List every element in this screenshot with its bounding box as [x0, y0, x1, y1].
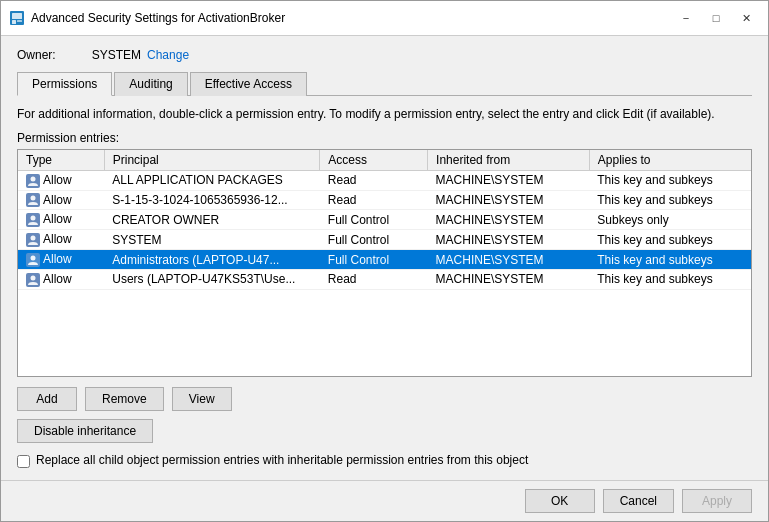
cell-access: Full Control: [320, 210, 428, 230]
window-title: Advanced Security Settings for Activatio…: [31, 11, 285, 25]
owner-label: Owner:: [17, 48, 56, 62]
col-access[interactable]: Access: [320, 150, 428, 171]
title-bar-left: Advanced Security Settings for Activatio…: [9, 10, 285, 26]
tab-effective-access[interactable]: Effective Access: [190, 72, 307, 96]
cell-applies-to: This key and subkeys: [589, 230, 751, 250]
tab-auditing[interactable]: Auditing: [114, 72, 187, 96]
table-row[interactable]: Allow SYSTEM Full Control MACHINE\SYSTEM…: [18, 230, 751, 250]
col-inherited[interactable]: Inherited from: [428, 150, 590, 171]
owner-name: SYSTEM: [92, 48, 141, 62]
cell-principal: Administrators (LAPTOP-U47...: [104, 250, 320, 270]
table-row[interactable]: Allow ALL APPLICATION PACKAGES Read MACH…: [18, 170, 751, 190]
cancel-button[interactable]: Cancel: [603, 489, 674, 513]
cell-access: Read: [320, 269, 428, 289]
inheritance-btn-container: Disable inheritance: [17, 419, 752, 443]
table-row[interactable]: Allow S-1-15-3-1024-1065365936-12... Rea…: [18, 190, 751, 210]
title-controls: − □ ✕: [672, 7, 760, 29]
cell-applies-to: Subkeys only: [589, 210, 751, 230]
minimize-button[interactable]: −: [672, 7, 700, 29]
cell-type: Allow: [18, 230, 104, 250]
apply-button[interactable]: Apply: [682, 489, 752, 513]
tab-permissions[interactable]: Permissions: [17, 72, 112, 96]
close-button[interactable]: ✕: [732, 7, 760, 29]
permissions-table-container: Type Principal Access Inherited from App…: [17, 149, 752, 377]
cell-access: Read: [320, 170, 428, 190]
tabs-container: Permissions Auditing Effective Access: [17, 72, 752, 96]
svg-point-5: [31, 176, 36, 181]
svg-point-13: [31, 255, 36, 260]
disable-inheritance-button[interactable]: Disable inheritance: [17, 419, 153, 443]
footer: OK Cancel Apply: [1, 480, 768, 521]
cell-access: Read: [320, 190, 428, 210]
cell-inherited-from: MACHINE\SYSTEM: [428, 210, 590, 230]
ok-button[interactable]: OK: [525, 489, 595, 513]
cell-type: Allow: [18, 269, 104, 289]
cell-inherited-from: MACHINE\SYSTEM: [428, 269, 590, 289]
section-label: Permission entries:: [17, 131, 752, 145]
cell-principal: Users (LAPTOP-U47KS53T\Use...: [104, 269, 320, 289]
cell-inherited-from: MACHINE\SYSTEM: [428, 230, 590, 250]
cell-principal: SYSTEM: [104, 230, 320, 250]
cell-type: Allow: [18, 210, 104, 230]
replace-permissions-row: Replace all child object permission entr…: [17, 453, 752, 468]
owner-row: Owner: SYSTEM Change: [17, 48, 752, 62]
permissions-table: Type Principal Access Inherited from App…: [18, 150, 751, 290]
cell-inherited-from: MACHINE\SYSTEM: [428, 250, 590, 270]
cell-applies-to: This key and subkeys: [589, 250, 751, 270]
svg-point-11: [31, 236, 36, 241]
svg-rect-3: [17, 20, 22, 22]
info-text: For additional information, double-click…: [17, 106, 752, 123]
action-buttons-row: Add Remove View: [17, 387, 752, 411]
table-row[interactable]: Allow Administrators (LAPTOP-U47... Full…: [18, 250, 751, 270]
replace-permissions-checkbox[interactable]: [17, 455, 30, 468]
main-window: Advanced Security Settings for Activatio…: [0, 0, 769, 522]
maximize-button[interactable]: □: [702, 7, 730, 29]
cell-applies-to: This key and subkeys: [589, 170, 751, 190]
svg-rect-1: [12, 13, 22, 19]
col-type[interactable]: Type: [18, 150, 104, 171]
view-button[interactable]: View: [172, 387, 232, 411]
table-row[interactable]: Allow CREATOR OWNER Full Control MACHINE…: [18, 210, 751, 230]
cell-type: Allow: [18, 170, 104, 190]
svg-rect-2: [12, 20, 16, 24]
cell-type: Allow: [18, 190, 104, 210]
cell-principal: ALL APPLICATION PACKAGES: [104, 170, 320, 190]
cell-applies-to: This key and subkeys: [589, 269, 751, 289]
col-principal[interactable]: Principal: [104, 150, 320, 171]
cell-access: Full Control: [320, 250, 428, 270]
cell-applies-to: This key and subkeys: [589, 190, 751, 210]
window-icon: [9, 10, 25, 26]
cell-principal: S-1-15-3-1024-1065365936-12...: [104, 190, 320, 210]
svg-point-9: [31, 216, 36, 221]
cell-inherited-from: MACHINE\SYSTEM: [428, 190, 590, 210]
title-bar: Advanced Security Settings for Activatio…: [1, 1, 768, 36]
svg-point-7: [31, 196, 36, 201]
cell-inherited-from: MACHINE\SYSTEM: [428, 170, 590, 190]
add-button[interactable]: Add: [17, 387, 77, 411]
replace-permissions-label: Replace all child object permission entr…: [36, 453, 528, 467]
col-applies[interactable]: Applies to: [589, 150, 751, 171]
table-header-row: Type Principal Access Inherited from App…: [18, 150, 751, 171]
content-area: Owner: SYSTEM Change Permissions Auditin…: [1, 36, 768, 480]
cell-access: Full Control: [320, 230, 428, 250]
remove-button[interactable]: Remove: [85, 387, 164, 411]
cell-principal: CREATOR OWNER: [104, 210, 320, 230]
table-row[interactable]: Allow Users (LAPTOP-U47KS53T\Use... Read…: [18, 269, 751, 289]
svg-point-15: [31, 275, 36, 280]
owner-change-link[interactable]: Change: [147, 48, 189, 62]
cell-type: Allow: [18, 250, 104, 270]
